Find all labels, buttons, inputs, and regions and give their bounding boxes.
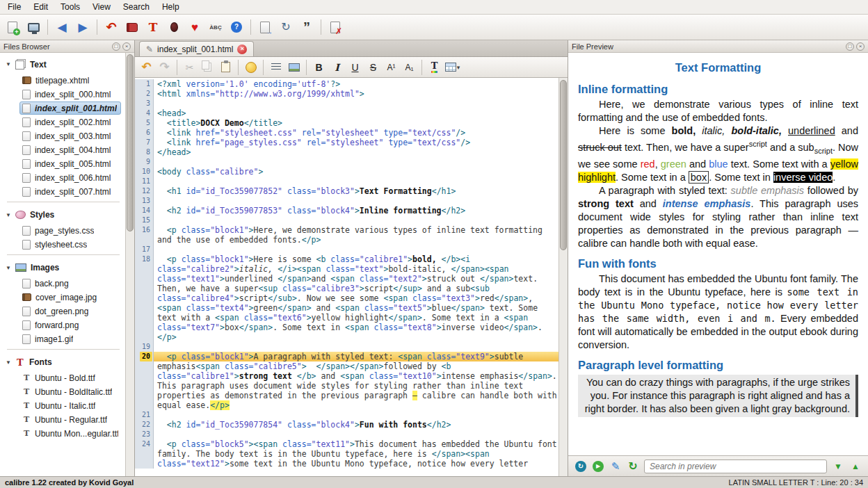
code-text[interactable]: <h2 id="id_Toc359077853" class="block4">… <box>154 206 558 215</box>
file-item[interactable]: TUbuntu - Italic.ttf <box>19 399 121 412</box>
file-item[interactable]: cover_image.jpg <box>19 291 121 304</box>
file-item[interactable]: index_split_001.html <box>19 101 121 115</box>
revert-book-button[interactable]: ↶ <box>102 17 121 37</box>
preview-search-input[interactable] <box>644 459 827 473</box>
file-item[interactable]: stylesheet.css <box>19 238 121 251</box>
file-item[interactable]: image1.gif <box>19 332 121 345</box>
refresh-preview-button[interactable]: ▶ <box>590 458 606 475</box>
live-css-button[interactable] <box>267 59 284 76</box>
code-text[interactable]: <body class="calibre"> <box>154 167 558 177</box>
cut-button[interactable]: ✂ <box>181 59 198 76</box>
code-text[interactable]: <h2 id="id_Toc359077854" class="block4">… <box>154 420 558 430</box>
preview-document[interactable]: Text FormattingInline formattingHere, we… <box>568 53 868 455</box>
redo-button[interactable]: ↷ <box>156 59 173 76</box>
menu-help[interactable]: Help <box>156 1 186 13</box>
files-scrollbar-thumb[interactable] <box>127 54 134 231</box>
file-item[interactable]: TUbuntu - Regular.ttf <box>19 413 121 426</box>
code-text[interactable]: <p class="block5"><span class="text11">T… <box>154 439 558 469</box>
smarten-punctuation-button[interactable]: ” <box>297 17 316 37</box>
code-text[interactable]: <?xml version='1.0' encoding='utf-8'?> <box>154 79 558 89</box>
tab-close-icon[interactable]: × <box>237 44 247 54</box>
code-text[interactable]: <html xmlns="http://www.w3.org/1999/xhtm… <box>154 89 558 99</box>
file-item[interactable]: TUbuntu - Bold.ttf <box>19 371 121 384</box>
code-text[interactable] <box>154 157 558 167</box>
code-text[interactable]: <p class="block1">A paragraph with style… <box>154 352 558 410</box>
close-preview-icon[interactable]: × <box>856 42 865 51</box>
insert-special-character-button[interactable] <box>242 59 259 76</box>
file-item[interactable]: index_split_004.html <box>19 143 121 156</box>
find-next-preview-button[interactable]: ▼ <box>830 458 846 475</box>
donate-heart-button[interactable]: ♥ <box>185 17 204 37</box>
remove-unused-css-button[interactable] <box>326 17 345 37</box>
tree-section-fonts[interactable]: ▼TFonts <box>1 353 125 371</box>
strikethrough-button[interactable]: S <box>364 59 382 76</box>
insert-image-button[interactable] <box>285 59 303 76</box>
code-lines[interactable]: 1<?xml version='1.0' encoding='utf-8'?>2… <box>135 78 558 476</box>
go-back-button[interactable]: ◀ <box>52 17 72 37</box>
insert-table-button[interactable]: ▾ <box>444 59 461 76</box>
donate-book-button[interactable] <box>122 17 142 37</box>
file-item[interactable]: dot_green.png <box>19 304 121 318</box>
code-text[interactable]: </head> <box>154 147 558 157</box>
tree-section-styles[interactable]: ▼Styles <box>1 206 125 223</box>
compare-book-button[interactable]: ↻ <box>276 17 296 37</box>
code-text[interactable]: <h1 id="id_Toc359077852" class="block3">… <box>154 186 558 196</box>
code-text[interactable] <box>154 177 558 186</box>
check-book-button[interactable] <box>164 17 184 37</box>
file-item[interactable]: index_split_006.html <box>19 171 121 184</box>
copy-button[interactable] <box>199 59 216 76</box>
close-panel-icon[interactable]: × <box>122 42 131 51</box>
editor-scrollbar-thumb[interactable] <box>560 80 567 250</box>
italic-button[interactable]: I <box>328 59 346 76</box>
file-item[interactable]: TUbuntu - BoldItalic.ttf <box>19 385 121 398</box>
code-text[interactable]: <link href="stylesheet.css" rel="stylesh… <box>154 128 558 138</box>
files-scrollbar[interactable] <box>125 53 134 476</box>
menu-tools[interactable]: Tools <box>54 1 86 13</box>
bold-button[interactable]: B <box>310 59 328 76</box>
find-previous-preview-button[interactable]: ▲ <box>847 458 864 475</box>
edit-toc-button[interactable]: T <box>143 17 163 37</box>
spellcheck-button[interactable]: ÀBÇ <box>206 17 225 37</box>
code-text[interactable]: <p class="block1">Here, we demonstrate v… <box>154 225 558 245</box>
underline-button[interactable]: U <box>346 59 364 76</box>
file-item[interactable]: index_split_007.html <box>19 185 121 198</box>
menu-view[interactable]: View <box>86 1 117 13</box>
code-text[interactable] <box>154 196 558 206</box>
code-text[interactable] <box>154 430 558 439</box>
file-item[interactable]: back.png <box>19 277 121 290</box>
menu-file[interactable]: File <box>1 1 27 13</box>
code-text[interactable]: <p class="block1">Here is some <b class=… <box>154 254 558 342</box>
code-text[interactable] <box>154 245 558 254</box>
file-item[interactable]: index_split_005.html <box>19 157 121 170</box>
go-forward-button[interactable]: ▶ <box>73 17 93 37</box>
new-file-button[interactable] <box>3 17 22 37</box>
tab-index-split-001[interactable]: ✎ index_split_001.html × <box>139 41 254 56</box>
code-text[interactable] <box>154 410 558 420</box>
code-text[interactable]: <title>DOCX Demo</title> <box>154 118 558 128</box>
code-text[interactable]: <link href="page_styles.css" rel="styles… <box>154 138 558 147</box>
paste-button[interactable] <box>217 59 234 76</box>
file-item[interactable]: index_split_000.html <box>19 88 121 101</box>
create-checkpoint-button[interactable] <box>255 17 275 37</box>
code-text[interactable] <box>154 215 558 225</box>
code-text[interactable] <box>154 342 558 352</box>
menu-search[interactable]: Search <box>117 1 156 13</box>
file-item[interactable]: TUbuntu Mon...egular.ttf <box>19 427 121 440</box>
file-item[interactable]: forward.png <box>19 318 121 332</box>
subscript-button[interactable]: A₁ <box>401 59 418 76</box>
sync-preview-button[interactable]: ↻ <box>625 458 641 475</box>
undo-button[interactable]: ↶ <box>138 59 155 76</box>
text-color-button[interactable]: T <box>426 59 443 76</box>
help-button[interactable]: ? <box>227 17 246 37</box>
superscript-button[interactable]: A¹ <box>383 59 400 76</box>
file-item[interactable]: page_styles.css <box>19 224 121 237</box>
file-item[interactable]: titlepage.xhtml <box>19 74 121 87</box>
code-text[interactable]: <head> <box>154 108 558 118</box>
undock-panel-icon[interactable]: □ <box>112 42 120 51</box>
editor-scrollbar[interactable] <box>558 78 568 476</box>
tree-section-images[interactable]: ▼Images <box>1 259 125 276</box>
open-book-button[interactable] <box>24 17 43 37</box>
beautify-source-button[interactable]: ✎ <box>607 458 624 475</box>
menu-edit[interactable]: Edit <box>27 1 54 13</box>
auto-reload-preview-button[interactable]: ↻ <box>572 458 589 475</box>
